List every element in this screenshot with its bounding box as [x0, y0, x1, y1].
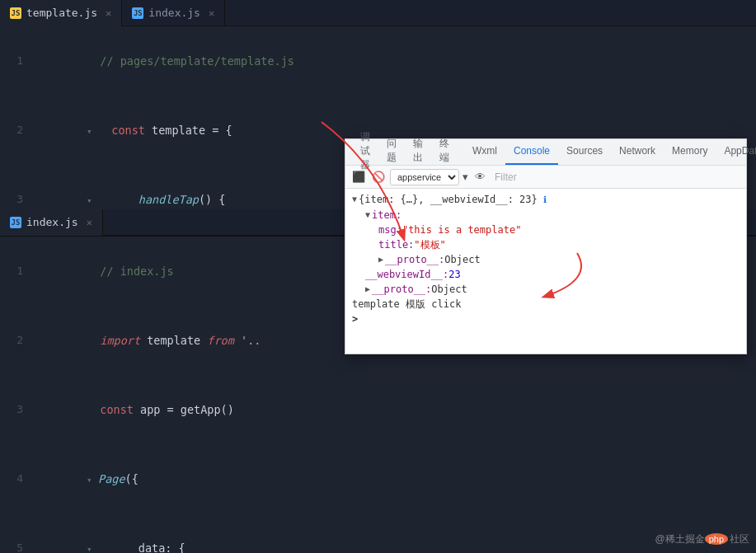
line-content-1: // pages/template/template.js — [33, 26, 756, 96]
devtools-tab-debugger[interactable]: 调试器 — [352, 138, 378, 165]
devtools-eye-btn[interactable]: 👁 — [472, 169, 488, 185]
devtools-console-content: ▼ {item: {…}, __webviewId__: 23} ℹ ▼ ite… — [345, 189, 746, 354]
console-expand-1[interactable]: ▼ — [352, 192, 357, 207]
console-key-webview: __webviewId__: — [365, 267, 448, 282]
console-val-proto2: Object — [431, 282, 467, 297]
console-object-text: {item: {…}, __webviewId__: 23} ℹ — [359, 192, 547, 208]
tab-close-index-bottom[interactable]: ✕ — [87, 217, 92, 228]
devtools-block-btn[interactable]: 🚫 — [370, 169, 387, 185]
tab-icon-template: JS — [10, 7, 21, 19]
console-key-item: item: — [372, 208, 401, 223]
idx-content-5: ▾ data: { — [33, 513, 756, 553]
idx-content-4: ▾Page({ — [33, 444, 756, 513]
tab-index-js-bottom[interactable]: JS index.js ✕ — [0, 209, 103, 236]
devtools-filter-input[interactable] — [520, 171, 741, 183]
console-key-proto2: __proto__: — [372, 282, 431, 297]
fold-icon-idx-4[interactable]: ▾ — [87, 469, 96, 479]
line-num-3: 3 — [0, 188, 33, 209]
devtools-dropdown-icon: ▾ — [463, 171, 468, 183]
tab-label-template: template.js — [26, 7, 97, 19]
console-line-click: template 模版 click — [352, 297, 740, 312]
idx-num-1: 1 — [0, 260, 33, 283]
idx-num-3: 3 — [0, 398, 33, 421]
devtools-panel: 调试器 问题 输出 终端 Wxml Console Sources Networ… — [345, 138, 747, 354]
devtools-tab-wxml[interactable]: Wxml — [464, 138, 505, 165]
fold-icon-2[interactable]: ▾ — [87, 120, 96, 130]
tab-close-template[interactable]: ✕ — [106, 7, 111, 19]
tab-label-index-bottom: index.js — [26, 216, 78, 228]
devtools-tab-bar: 调试器 问题 输出 终端 Wxml Console Sources Networ… — [345, 139, 746, 166]
console-line-item: ▼ item: — [352, 208, 740, 223]
idx-content-3: const app = getApp() — [33, 375, 756, 444]
console-text-click: template 模版 click — [352, 297, 461, 312]
devtools-tab-console[interactable]: Console — [505, 138, 558, 165]
idx-line-4: 4 ▾Page({ — [0, 444, 756, 513]
console-link-info[interactable]: ℹ — [543, 194, 547, 205]
devtools-tab-memory[interactable]: Memory — [664, 138, 716, 165]
console-key-msg: msg: — [378, 223, 402, 237]
idx-num-5: 5 — [0, 537, 33, 553]
console-line-webview: __webviewId__: 23 — [352, 267, 740, 282]
console-expand-proto1[interactable]: ▶ — [378, 252, 383, 267]
tab-index-js-top[interactable]: JS index.js ✕ — [122, 0, 225, 26]
console-key-proto1: __proto__: — [385, 252, 444, 267]
console-line-proto1: ▶ __proto__: Object — [352, 252, 740, 267]
fold-icon-3[interactable]: ▾ — [87, 190, 96, 199]
fold-icon-idx-5[interactable]: ▾ — [87, 538, 96, 548]
idx-line-3: 3 const app = getApp() — [0, 375, 756, 444]
line-num-1: 1 — [0, 49, 33, 73]
watermark: @稀土掘金php社区 — [655, 532, 749, 546]
console-line-msg: msg: "this is a template" — [352, 223, 740, 237]
line-num-2: 2 — [0, 119, 33, 142]
idx-num-2: 2 — [0, 329, 33, 352]
devtools-sidebar-btn[interactable]: ⬛ — [350, 169, 367, 185]
console-line-title: title: "模板" — [352, 237, 740, 252]
devtools-tab-appdata[interactable]: AppData — [716, 138, 756, 165]
code-line-1: 1 // pages/template/template.js — [0, 26, 756, 96]
console-prompt-line[interactable]: > — [352, 312, 740, 326]
idx-num-4: 4 — [0, 467, 33, 490]
devtools-tab-sources[interactable]: Sources — [558, 138, 611, 165]
console-expand-proto2[interactable]: ▶ — [365, 282, 370, 297]
idx-line-5: 5 ▾ data: { — [0, 513, 756, 553]
console-line-proto2: ▶ __proto__: Object — [352, 282, 740, 297]
console-prompt: > — [352, 312, 358, 326]
console-key-title: title: — [378, 237, 414, 252]
devtools-context-select[interactable]: appservice — [390, 169, 459, 185]
console-val-msg: "this is a template" — [402, 223, 522, 237]
console-expand-item[interactable]: ▼ — [365, 208, 370, 223]
tab-close-index-top[interactable]: ✕ — [209, 7, 214, 19]
filter-label: Filter — [491, 171, 517, 183]
devtools-tab-output[interactable]: 输出 — [405, 138, 431, 165]
console-val-proto1: Object — [444, 252, 480, 267]
console-val-title: "模板" — [414, 237, 445, 252]
console-val-webview: 23 — [448, 267, 460, 282]
devtools-tab-terminal[interactable]: 终端 — [431, 138, 458, 165]
tab-template-js[interactable]: JS template.js ✕ — [0, 0, 122, 26]
devtools-tab-issues[interactable]: 问题 — [378, 138, 405, 165]
tab-label-index-top: index.js — [148, 7, 200, 19]
tab-icon-index-bottom: JS — [10, 217, 21, 228]
devtools-toolbar: ⬛ 🚫 appservice ▾ 👁 Filter — [345, 166, 746, 189]
devtools-tab-network[interactable]: Network — [611, 138, 664, 165]
watermark-icon: php — [705, 533, 728, 545]
console-line-object: ▼ {item: {…}, __webviewId__: 23} ℹ — [352, 192, 740, 208]
top-tab-bar: JS template.js ✕ JS index.js ✕ — [0, 0, 756, 26]
tab-icon-index-top: JS — [132, 7, 143, 19]
